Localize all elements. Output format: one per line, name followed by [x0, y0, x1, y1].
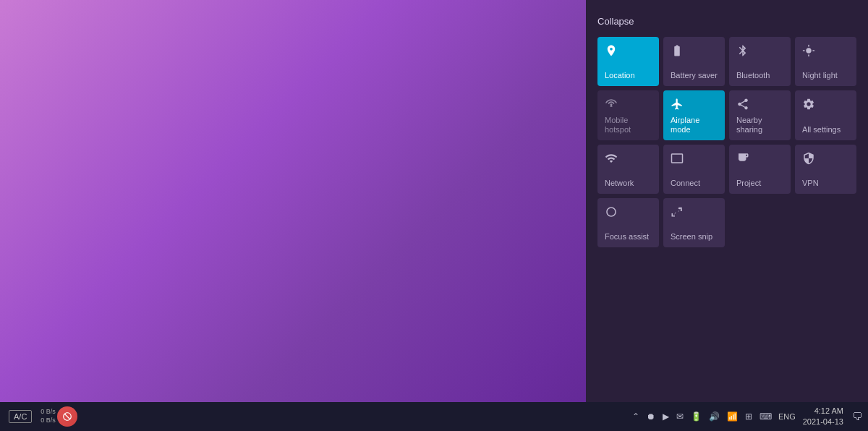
- tile-connect-label: Connect: [671, 179, 718, 188]
- battery-circle[interactable]: [57, 406, 77, 427]
- tile-nearby-sharing-label: Nearby sharing: [736, 116, 783, 135]
- project-icon: [736, 152, 783, 167]
- clock-date: 2021-04-13: [803, 417, 843, 427]
- tile-hotspot-label: Mobile hotspot: [605, 116, 652, 135]
- tile-bluetooth-label: Bluetooth: [736, 71, 783, 80]
- taskbar-right: ⌃ ⏺ ▶ ✉ 🔋 🔊 📶 ⊞ ⌨ ENG 4:12 AM 2021-04-13…: [630, 406, 865, 428]
- tile-vpn-label: VPN: [802, 179, 849, 188]
- network-icon: [605, 152, 652, 167]
- tile-screen-snip[interactable]: Screen snip: [663, 198, 725, 247]
- action-center-content: Collapse Location Battery saver: [586, 0, 868, 401]
- tile-location[interactable]: Location: [597, 37, 659, 86]
- nearby-sharing-icon: [736, 98, 783, 113]
- tile-connect[interactable]: Connect: [663, 145, 725, 194]
- media-icon[interactable]: ▶: [660, 411, 671, 422]
- airplane-icon: [671, 98, 718, 113]
- tile-battery-saver[interactable]: Battery saver: [663, 37, 725, 86]
- tile-location-label: Location: [605, 71, 652, 80]
- tile-airplane-label: Airplane mode: [671, 116, 718, 135]
- network-wifi-icon[interactable]: 📶: [725, 411, 740, 422]
- tile-network[interactable]: Network: [597, 145, 659, 194]
- language-button[interactable]: ENG: [777, 412, 797, 421]
- settings-icon: [802, 98, 849, 113]
- vpn-icon: [802, 152, 849, 167]
- battery-icon: [671, 44, 718, 59]
- network-upload: 0 B/s: [41, 408, 56, 417]
- tile-focus-assist[interactable]: Focus assist: [597, 198, 659, 247]
- tile-battery-label: Battery saver: [671, 71, 718, 80]
- clock-time: 4:12 AM: [814, 406, 843, 417]
- quick-actions-grid: Location Battery saver Bluetooth: [597, 37, 856, 247]
- tile-vpn[interactable]: VPN: [795, 145, 856, 194]
- chevron-icon[interactable]: ⌃: [630, 411, 642, 422]
- clock-area[interactable]: 4:12 AM 2021-04-13: [803, 406, 843, 428]
- collapse-button[interactable]: Collapse: [597, 16, 634, 27]
- tile-focus-assist-label: Focus assist: [605, 232, 652, 242]
- mail-icon[interactable]: ✉: [674, 411, 686, 422]
- taskbar: A/C 0 B/s 0 B/s ⌃ ⏺ ▶ ✉ 🔋 🔊 📶 ⊞ ⌨ ENG 4:…: [0, 402, 868, 431]
- tile-nearby-sharing[interactable]: Nearby sharing: [729, 90, 791, 140]
- ac-button[interactable]: A/C: [3, 407, 38, 426]
- record-icon[interactable]: ⏺: [644, 411, 658, 422]
- network-download: 0 B/s: [41, 417, 56, 425]
- battery-icon[interactable]: 🔋: [689, 411, 704, 422]
- focus-assist-icon: [605, 205, 652, 221]
- tile-network-label: Network: [605, 179, 652, 188]
- volume-icon[interactable]: 🔊: [707, 411, 722, 422]
- tile-bluetooth[interactable]: Bluetooth: [729, 37, 791, 86]
- ac-label: A/C: [9, 410, 32, 423]
- tile-project-label: Project: [736, 179, 783, 188]
- tile-night-light[interactable]: Night light: [795, 37, 856, 86]
- action-center: Collapse Location Battery saver: [586, 0, 868, 431]
- tile-night-light-label: Night light: [802, 71, 849, 80]
- notification-icon[interactable]: 🗨: [849, 411, 865, 422]
- night-light-icon: [802, 44, 849, 59]
- tile-screen-snip-label: Screen snip: [671, 232, 718, 242]
- tile-project[interactable]: Project: [729, 145, 791, 194]
- hotspot-icon: [605, 98, 652, 113]
- usb-icon[interactable]: ⊞: [743, 411, 754, 422]
- start-area: A/C: [3, 407, 38, 426]
- tile-all-settings-label: All settings: [802, 125, 849, 135]
- connect-icon: [671, 152, 718, 167]
- location-icon: [605, 44, 652, 59]
- tile-all-settings[interactable]: All settings: [795, 90, 856, 140]
- tile-airplane-mode[interactable]: Airplane mode: [663, 90, 725, 140]
- tile-mobile-hotspot[interactable]: Mobile hotspot: [597, 90, 659, 140]
- network-stats: 0 B/s 0 B/s: [41, 408, 56, 424]
- keyboard-icon[interactable]: ⌨: [757, 411, 774, 422]
- screen-snip-icon: [671, 205, 718, 221]
- bluetooth-icon: [736, 44, 783, 59]
